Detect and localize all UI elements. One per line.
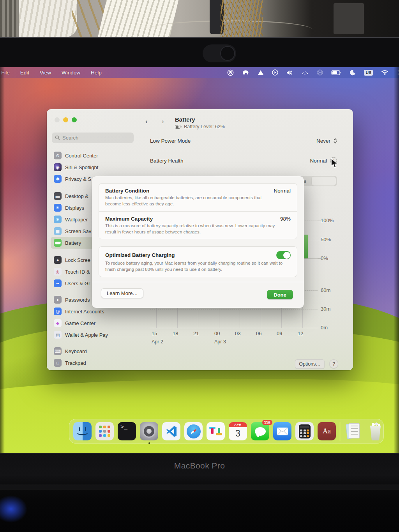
ylabel-0m: 0m xyxy=(321,325,328,331)
sidebar-item-control-center[interactable]: ⊙Control Center xyxy=(51,150,134,161)
dock-terminal-icon[interactable]: >_ xyxy=(118,422,136,440)
sidebar-item-label: Privacy & S xyxy=(65,176,91,182)
dock-calendar-icon[interactable]: APR 3 xyxy=(229,422,247,440)
search-placeholder: Search xyxy=(62,135,78,141)
menu-help[interactable]: Help xyxy=(91,70,102,76)
sidebar-item-label: Siri & Spotlight xyxy=(65,164,98,170)
laptop-bottom-bezel: MacBook Pro xyxy=(0,453,399,532)
optimized-charging-card: Optimized Battery Charging To reduce bat… xyxy=(99,246,297,277)
webcam-lens xyxy=(220,46,235,61)
dock-calculator-icon[interactable] xyxy=(295,422,314,440)
maximum-capacity-title: Maximum Capacity xyxy=(105,216,153,222)
low-power-mode-value: Never xyxy=(316,138,330,144)
toggle-knob xyxy=(283,252,290,259)
forward-chevron-icon[interactable]: › xyxy=(162,118,164,125)
sidebar-item-trackpad[interactable]: □Trackpad xyxy=(51,357,134,369)
back-chevron-icon[interactable]: ‹ xyxy=(145,118,148,125)
screen-mirroring-icon[interactable] xyxy=(317,69,323,76)
displays-sun-icon: ☀ xyxy=(54,204,62,212)
wifi-icon[interactable] xyxy=(381,70,388,75)
optimized-charging-toggle[interactable] xyxy=(276,251,291,259)
menu-edit[interactable]: Edit xyxy=(20,70,29,76)
triangle-app-icon[interactable] xyxy=(258,70,264,75)
dock-messages-icon[interactable]: 116 xyxy=(251,422,269,440)
macbook-pro-label: MacBook Pro xyxy=(0,461,399,470)
dock-slack-icon[interactable] xyxy=(207,422,225,440)
dictation-dots-icon[interactable] xyxy=(302,70,309,75)
game-center-icon: ◆ xyxy=(54,319,62,327)
menu-window[interactable]: Window xyxy=(62,70,80,76)
sidebar-item-game-center[interactable]: ◆Game Center xyxy=(51,317,134,329)
laptop-top-bezel xyxy=(0,37,399,67)
room-background xyxy=(0,0,399,38)
mouse-cursor xyxy=(330,158,339,170)
menu-view[interactable]: View xyxy=(40,70,51,76)
photo-of-macbook-screen: File Edit View Window Help xyxy=(0,0,399,532)
learn-more-button[interactable]: Learn More… xyxy=(101,288,143,298)
options-button[interactable]: Options… xyxy=(295,359,325,369)
animal-app-icon[interactable] xyxy=(242,69,249,76)
sidebar-item-label: Lock Scree xyxy=(65,257,90,263)
calendar-month: APR xyxy=(229,422,247,427)
gridline-30m xyxy=(150,309,318,309)
focus-moon-icon[interactable] xyxy=(350,69,356,76)
page-header: Battery Battery Level: 62% xyxy=(175,116,225,129)
sidebar-item-keyboard[interactable]: ⌨Keyboard xyxy=(51,345,134,357)
dock-divider xyxy=(340,422,340,441)
search-icon xyxy=(55,135,60,140)
help-button[interactable]: ? xyxy=(329,359,338,368)
input-source-badge[interactable]: US xyxy=(364,70,373,76)
sidebar-item-label: Wallpaper xyxy=(65,217,88,223)
dock-launchpad-icon[interactable] xyxy=(95,422,114,440)
dock-finder-icon[interactable] xyxy=(73,422,92,440)
dock-mail-icon[interactable] xyxy=(273,422,291,440)
xtick-00: 00 xyxy=(214,331,220,336)
sidebar-item-label: Game Center xyxy=(65,320,95,326)
desktop-dock-icon: ▬ xyxy=(54,192,62,200)
battery-health-label: Battery Health xyxy=(150,158,184,164)
date-apr3: Apr 3 xyxy=(214,339,226,345)
white-fabric xyxy=(19,0,77,38)
volume-icon[interactable] xyxy=(286,70,293,76)
battery-level-icon xyxy=(175,125,182,129)
dock-dictionary-icon[interactable]: Aa xyxy=(318,422,336,440)
dock: >_ APR 3 116 Aa xyxy=(69,419,384,444)
ylabel-100: 100% xyxy=(321,217,334,223)
dock-safari-icon[interactable] xyxy=(184,422,203,440)
partial-status-icon[interactable] xyxy=(397,70,399,75)
battery-level-subtitle: Battery Level: 62% xyxy=(175,124,225,129)
sidebar-search-field[interactable]: Search xyxy=(52,133,134,143)
dialog-divider xyxy=(92,282,304,282)
gold-wire-sculpture xyxy=(221,0,263,38)
lock-icon: ● xyxy=(54,256,62,264)
xtick-15: 15 xyxy=(152,331,157,336)
xtick-09: 09 xyxy=(277,331,282,336)
wallet-icon: ▤ xyxy=(54,331,62,339)
date-apr2: Apr 2 xyxy=(152,339,163,345)
shelf-edge xyxy=(0,0,18,38)
done-button[interactable]: Done xyxy=(267,290,293,299)
sidebar-item-label: Touch ID & xyxy=(65,269,90,275)
dock-vscode-icon[interactable] xyxy=(162,422,180,440)
sidebar-item-label: Passwords xyxy=(65,297,90,303)
low-power-mode-row: Low Power Mode Never xyxy=(150,136,337,146)
battery-status-icon[interactable] xyxy=(331,70,341,75)
sidebar-item-wallet[interactable]: ▤Wallet & Apple Pay xyxy=(51,329,134,341)
optimized-charging-title: Optimized Battery Charging xyxy=(105,252,175,258)
onepassword-icon[interactable] xyxy=(227,69,234,76)
sidebar-item-siri-spotlight[interactable]: ◉Siri & Spotlight xyxy=(51,161,134,173)
sidebar-item-label: Keyboard xyxy=(65,348,87,354)
menu-file[interactable]: File xyxy=(1,70,10,76)
battery-condition-description: Mac batteries, like all rechargeable bat… xyxy=(105,195,262,207)
low-power-mode-select[interactable]: Never xyxy=(316,138,337,144)
xtick-21: 21 xyxy=(193,331,199,336)
sidebar-item-label: Screen Sav xyxy=(65,228,91,234)
key-icon: ♦ xyxy=(54,296,62,304)
dock-trash-icon[interactable] xyxy=(366,422,385,440)
battery-health-dialog: Battery Condition Normal Mac batteries, … xyxy=(92,176,304,308)
optimized-charging-section: Optimized Battery Charging To reduce bat… xyxy=(99,247,297,277)
play-circle-icon[interactable] xyxy=(272,69,278,76)
dock-system-settings-icon[interactable] xyxy=(140,422,158,440)
dock-documents-stack-icon[interactable] xyxy=(344,422,362,440)
segment-selected[interactable] xyxy=(312,177,336,186)
